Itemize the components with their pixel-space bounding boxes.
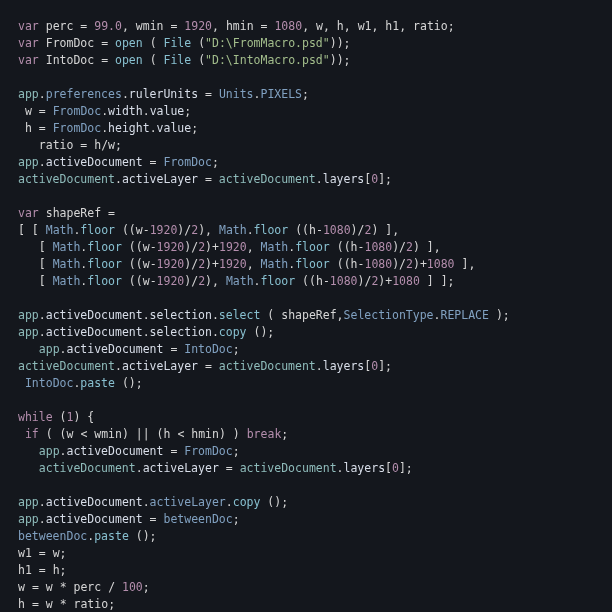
code-line: activeDocument.activeLayer = activeDocum…: [18, 172, 392, 186]
code-line: var FromDoc = open ( File ("D:\FromMacro…: [18, 36, 351, 50]
code-line: var perc = 99.0, wmin = 1920, hmin = 108…: [18, 19, 455, 33]
code-line: app.activeDocument.activeLayer.copy ();: [18, 495, 288, 509]
code-line: [ [ Math.floor ((w-1920)/2), Math.floor …: [18, 223, 399, 237]
code-line: ratio = h/w;: [18, 138, 122, 152]
code-line: activeDocument.activeLayer = activeDocum…: [18, 461, 413, 475]
code-line: activeDocument.activeLayer = activeDocum…: [18, 359, 392, 373]
code-line: h1 = h;: [18, 563, 67, 577]
code-line: var shapeRef =: [18, 206, 115, 220]
code-line: while (1) {: [18, 410, 94, 424]
code-line: w = w * perc / 100;: [18, 580, 150, 594]
code-line: app.activeDocument.selection.copy ();: [18, 325, 274, 339]
code-line: [ Math.floor ((w-1920)/2)+1920, Math.flo…: [18, 240, 441, 254]
code-line: app.activeDocument = FromDoc;: [18, 155, 219, 169]
code-line: betweenDoc.paste ();: [18, 529, 157, 543]
code-line: app.preferences.rulerUnits = Units.PIXEL…: [18, 87, 309, 101]
code-block: var perc = 99.0, wmin = 1920, hmin = 108…: [0, 0, 612, 612]
code-line: IntoDoc.paste ();: [18, 376, 143, 390]
code-line: var IntoDoc = open ( File ("D:\IntoMacro…: [18, 53, 351, 67]
code-line: [ Math.floor ((w-1920)/2)+1920, Math.flo…: [18, 257, 475, 271]
code-line: app.activeDocument = betweenDoc;: [18, 512, 240, 526]
code-line: if ( (w < wmin) || (h < hmin) ) break;: [18, 427, 288, 441]
code-line: w = FromDoc.width.value;: [18, 104, 191, 118]
code-line: [ Math.floor ((w-1920)/2), Math.floor ((…: [18, 274, 455, 288]
code-line: app.activeDocument.selection.select ( sh…: [18, 308, 510, 322]
code-line: app.activeDocument = FromDoc;: [18, 444, 240, 458]
code-line: app.activeDocument = IntoDoc;: [18, 342, 240, 356]
code-line: h = FromDoc.height.value;: [18, 121, 198, 135]
code-line: w1 = w;: [18, 546, 67, 560]
code-line: h = w * ratio;: [18, 597, 115, 611]
